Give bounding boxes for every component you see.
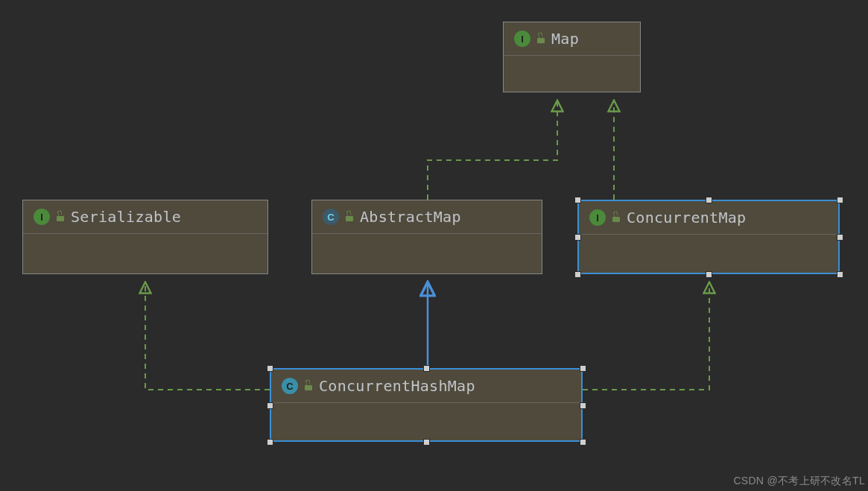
selection-handle[interactable] [423, 439, 430, 446]
uml-box-map[interactable]: IMap [503, 22, 641, 92]
selection-handle[interactable] [706, 271, 712, 278]
uml-name: AbstractMap [360, 208, 461, 226]
uml-header: IConcurrentMap [579, 201, 838, 235]
selection-handle[interactable] [580, 402, 586, 409]
uml-box-abstractmap[interactable]: CAbstractMap [311, 200, 542, 274]
uml-box-serializable[interactable]: ISerializable [22, 200, 268, 274]
abstract-badge-icon: C [323, 209, 339, 225]
selection-handle[interactable] [574, 197, 581, 203]
selection-handle[interactable] [423, 365, 430, 372]
selection-handle[interactable] [837, 197, 843, 203]
unlocked-icon [345, 212, 354, 221]
uml-body [504, 56, 640, 92]
uml-box-concurrentmap[interactable]: IConcurrentMap [577, 200, 840, 274]
selection-handle[interactable] [267, 439, 273, 446]
interface-badge-icon: I [589, 209, 606, 226]
selection-handle[interactable] [580, 365, 586, 372]
diagram-canvas[interactable]: IMapISerializableCAbstractMapIConcurrent… [0, 0, 868, 491]
class-badge-icon: C [282, 378, 298, 394]
uml-name: ConcurrentHashMap [319, 377, 475, 395]
uml-header: IMap [504, 22, 640, 56]
unlocked-icon [304, 381, 313, 390]
selection-handle[interactable] [267, 365, 273, 372]
uml-name: ConcurrentMap [627, 209, 746, 227]
unlocked-icon [56, 212, 65, 221]
uml-body [271, 403, 581, 440]
selection-handle[interactable] [706, 197, 712, 203]
selection-handle[interactable] [580, 439, 586, 446]
uml-box-chm[interactable]: CConcurrentHashMap [270, 368, 583, 442]
uml-body [312, 234, 542, 273]
arrow-chm-to-serializable[interactable] [145, 283, 270, 390]
uml-name: Map [551, 30, 579, 48]
arrow-chm-to-concurrentmap[interactable] [583, 283, 709, 390]
interface-badge-icon: I [34, 209, 50, 225]
selection-handle[interactable] [267, 402, 273, 409]
watermark-text: CSDN @不考上研不改名TL [733, 475, 865, 488]
uml-body [579, 235, 838, 273]
unlocked-icon [536, 34, 545, 43]
arrow-abstractmap-to-map[interactable] [428, 101, 557, 200]
selection-handle[interactable] [574, 234, 581, 241]
uml-body [23, 234, 267, 273]
interface-badge-icon: I [514, 31, 530, 47]
selection-handle[interactable] [574, 271, 581, 278]
uml-header: CAbstractMap [312, 200, 542, 234]
selection-handle[interactable] [837, 271, 843, 278]
selection-handle[interactable] [837, 234, 843, 241]
uml-header: CConcurrentHashMap [271, 370, 581, 403]
uml-header: ISerializable [23, 200, 267, 234]
uml-name: Serializable [71, 208, 181, 226]
unlocked-icon [612, 213, 621, 222]
